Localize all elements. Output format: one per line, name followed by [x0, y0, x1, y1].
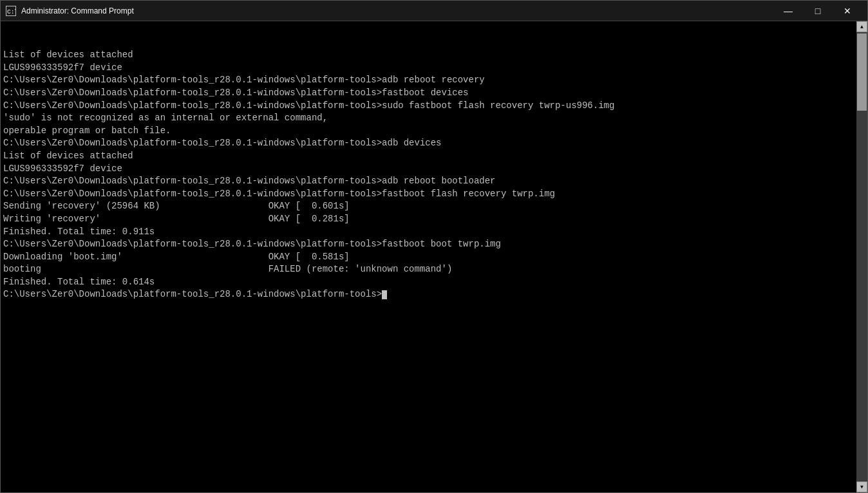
terminal-line: C:\Users\Zer0\Downloads\platform-tools_r… [3, 87, 854, 100]
window-title: Administrator: Command Prompt [21, 6, 773, 15]
terminal-line: C:\Users\Zer0\Downloads\platform-tools_r… [3, 100, 854, 113]
scrollbar-down-button[interactable]: ▼ [856, 481, 867, 492]
terminal-line: Finished. Total time: 0.911s [3, 226, 854, 239]
terminal-line: LGUS996333592f7 device [3, 163, 854, 176]
terminal-output[interactable]: List of devices attachedLGUS996333592f7 … [1, 21, 856, 492]
cmd-window: C:\ Administrator: Command Prompt — □ ✕ … [0, 0, 868, 493]
cmd-icon: C:\ [6, 6, 16, 16]
terminal-line: 'sudo' is not recognized as an internal … [3, 112, 854, 125]
terminal-line: Writing 'recovery' OKAY [ 0.281s] [3, 213, 854, 226]
terminal-line: operable program or batch file. [3, 125, 854, 138]
scrollbar-up-button[interactable]: ▲ [856, 21, 867, 32]
terminal-line: Sending 'recovery' (25964 KB) OKAY [ 0.6… [3, 200, 854, 213]
terminal-line: C:\Users\Zer0\Downloads\platform-tools_r… [3, 238, 854, 251]
terminal-line: C:\Users\Zer0\Downloads\platform-tools_r… [3, 188, 854, 201]
terminal-line: C:\Users\Zer0\Downloads\platform-tools_r… [3, 74, 854, 87]
terminal-line: List of devices attached [3, 150, 854, 163]
terminal-line: booting FAILED (remote: 'unknown command… [3, 263, 854, 276]
close-button[interactable]: ✕ [833, 1, 862, 21]
terminal-line: Downloading 'boot.img' OKAY [ 0.581s] [3, 251, 854, 264]
terminal-line: C:\Users\Zer0\Downloads\platform-tools_r… [3, 175, 854, 188]
window-controls: — □ ✕ [773, 1, 862, 21]
scrollbar-thumb[interactable] [857, 33, 867, 111]
scrollbar[interactable]: ▲ ▼ [856, 21, 867, 492]
terminal-line: C:\Users\Zer0\Downloads\platform-tools_r… [3, 137, 854, 150]
terminal-line: LGUS996333592f7 device [3, 62, 854, 75]
scrollbar-track[interactable] [856, 32, 867, 481]
maximize-button[interactable]: □ [803, 1, 833, 21]
terminal-line: List of devices attached [3, 49, 854, 62]
minimize-button[interactable]: — [773, 1, 803, 21]
cursor [382, 290, 387, 299]
svg-text:C:\: C:\ [7, 8, 15, 15]
title-bar: C:\ Administrator: Command Prompt — □ ✕ [1, 1, 867, 21]
terminal-line: C:\Users\Zer0\Downloads\platform-tools_r… [3, 288, 854, 301]
terminal-line: Finished. Total time: 0.614s [3, 276, 854, 289]
content-area: List of devices attachedLGUS996333592f7 … [1, 21, 867, 492]
